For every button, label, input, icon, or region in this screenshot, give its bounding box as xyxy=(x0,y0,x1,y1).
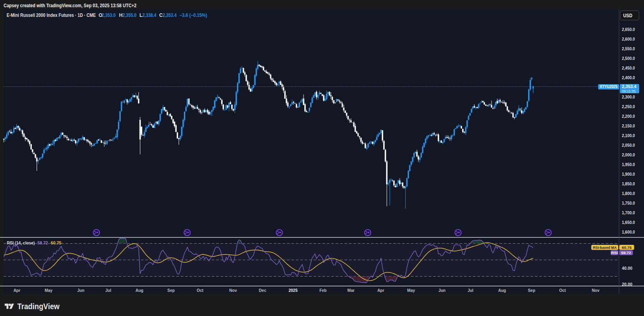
svg-text:Nov: Nov xyxy=(592,288,599,293)
svg-text:2,353.4: 2,353.4 xyxy=(163,12,177,18)
svg-text:2,650.0: 2,650.0 xyxy=(622,27,635,32)
svg-text:RSI (14, close): RSI (14, close) xyxy=(7,240,35,245)
svg-text:Jul: Jul xyxy=(105,288,111,293)
svg-text:Sep: Sep xyxy=(167,288,175,293)
svg-text:Mar: Mar xyxy=(347,288,355,293)
svg-text:2,100.0: 2,100.0 xyxy=(622,133,635,138)
svg-text:Jun: Jun xyxy=(77,288,85,293)
svg-text:1,700.0: 1,700.0 xyxy=(622,211,635,215)
svg-text:Nov: Nov xyxy=(229,288,237,293)
svg-text:1,900.0: 1,900.0 xyxy=(622,172,635,176)
svg-text:40.00: 40.00 xyxy=(622,266,632,271)
svg-text:2,500.0: 2,500.0 xyxy=(622,56,635,61)
svg-text:−3.6 (−0.15%): −3.6 (−0.15%) xyxy=(180,12,207,18)
svg-text:2,200.0: 2,200.0 xyxy=(622,114,635,119)
svg-text:2,000.0: 2,000.0 xyxy=(622,153,635,157)
svg-text:Aug: Aug xyxy=(498,288,506,293)
svg-text:59.72: 59.72 xyxy=(37,240,48,245)
svg-text:RSI: RSI xyxy=(611,250,618,255)
svg-text:1,650.0: 1,650.0 xyxy=(622,220,635,225)
svg-text:1,950.0: 1,950.0 xyxy=(622,162,635,167)
svg-text:H: H xyxy=(119,12,123,18)
svg-text:2,050.0: 2,050.0 xyxy=(622,143,635,148)
svg-text:Dec: Dec xyxy=(259,288,266,293)
svg-text:L: L xyxy=(140,12,142,18)
svg-text:60.75: 60.75 xyxy=(51,240,62,245)
svg-text:Feb: Feb xyxy=(320,288,327,293)
svg-text:Sep: Sep xyxy=(528,288,535,293)
svg-text:2,400.0: 2,400.0 xyxy=(622,76,635,80)
svg-text:Apr: Apr xyxy=(377,288,384,293)
svg-text:TradingView: TradingView xyxy=(17,302,60,311)
svg-text:May: May xyxy=(407,288,415,293)
svg-text:Jul: Jul xyxy=(468,288,474,293)
svg-text:2,338.4: 2,338.4 xyxy=(142,12,157,18)
svg-text:1,750.0: 1,750.0 xyxy=(622,201,635,205)
svg-text:1,600.0: 1,600.0 xyxy=(622,230,635,234)
svg-text:60.75: 60.75 xyxy=(622,245,632,250)
svg-text:Capsey created with TradingVie: Capsey created with TradingView.com, Sep… xyxy=(4,3,136,8)
svg-text:2,450.0: 2,450.0 xyxy=(622,66,635,70)
svg-text:2,355.0: 2,355.0 xyxy=(122,12,136,18)
svg-text:RSI-based MA: RSI-based MA xyxy=(593,245,617,250)
svg-text:1,800.0: 1,800.0 xyxy=(622,191,635,196)
svg-text:2,250.0: 2,250.0 xyxy=(622,105,635,109)
svg-text:2,300.0: 2,300.0 xyxy=(622,95,635,99)
svg-text:USD: USD xyxy=(623,12,632,18)
svg-text:Oct: Oct xyxy=(197,288,204,293)
svg-text:09:11:35: 09:11:35 xyxy=(622,89,636,93)
svg-text:2025: 2025 xyxy=(289,288,298,293)
svg-text:2,353.4: 2,353.4 xyxy=(622,84,636,89)
svg-text:Aug: Aug xyxy=(136,288,143,293)
svg-text:RTYU2025: RTYU2025 xyxy=(600,84,617,89)
svg-text:2,550.0: 2,550.0 xyxy=(622,47,635,51)
svg-text:20.00: 20.00 xyxy=(622,282,632,287)
svg-text:2,600.0: 2,600.0 xyxy=(622,37,635,41)
svg-text:59.72: 59.72 xyxy=(621,250,631,255)
svg-text:E-Mini Russell 2000 Index Futu: E-Mini Russell 2000 Index Futures · 1D ·… xyxy=(6,12,96,18)
svg-text:Jun: Jun xyxy=(438,288,446,293)
svg-text:2,150.0: 2,150.0 xyxy=(622,124,635,128)
svg-text:Oct: Oct xyxy=(559,288,566,293)
svg-text:1,850.0: 1,850.0 xyxy=(622,182,635,186)
svg-text:2,353.0: 2,353.0 xyxy=(102,12,116,18)
svg-text:Apr: Apr xyxy=(13,288,20,293)
svg-text:C: C xyxy=(159,12,163,18)
svg-text:May: May xyxy=(45,288,53,293)
